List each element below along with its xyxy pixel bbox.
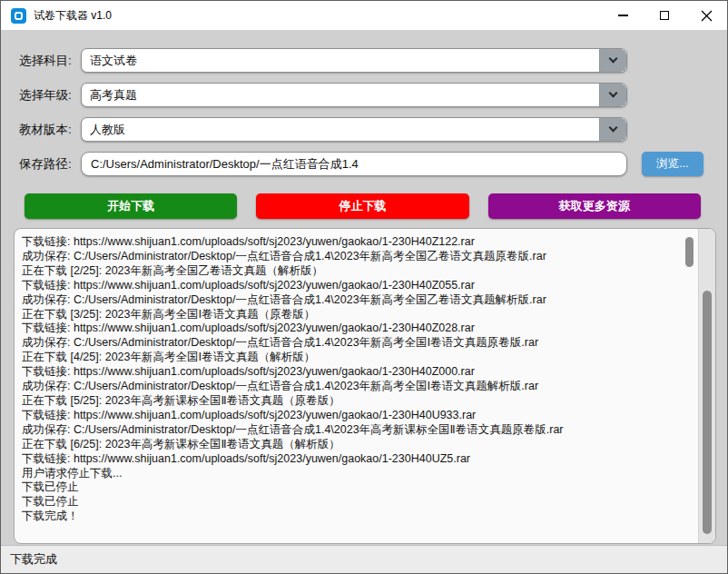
titlebar: 试卷下载器 v1.0 (1, 1, 727, 30)
log-line: 下载完成！ (22, 510, 688, 524)
grade-value: 高考真题 (82, 87, 599, 104)
status-text: 下载完成 (10, 551, 57, 568)
log-line: 成功保存: C:/Users/Administrator/Desktop/一点红… (22, 250, 688, 264)
subject-select[interactable]: 语文试卷 (81, 48, 627, 73)
minimize-icon (618, 15, 628, 15)
maximize-button[interactable] (644, 1, 685, 30)
subject-dropdown-button[interactable] (599, 49, 626, 72)
log-line: 成功保存: C:/Users/Administrator/Desktop/一点红… (22, 380, 688, 394)
save-path-input[interactable] (81, 152, 627, 176)
log-line: 下载链接: https://www.shijuan1.com/uploads/s… (22, 279, 688, 293)
log-line: 正在下载 [2/25]: 2023年新高考全国乙卷语文真题（解析版） (22, 264, 688, 279)
edition-select[interactable]: 人教版 (81, 117, 627, 142)
log-line: 正在下载 [4/25]: 2023年新高考全国Ⅰ卷语文真题（解析版） (22, 351, 688, 365)
log-line: 成功保存: C:/Users/Administrator/Desktop/一点红… (22, 293, 688, 308)
statusbar: 下载完成 (1, 545, 727, 573)
window-title: 试卷下载器 v1.0 (34, 8, 112, 24)
log-inner-scrollbar-thumb[interactable] (685, 237, 694, 267)
save-path-label: 保存路径: (19, 152, 72, 176)
chevron-down-icon (609, 124, 618, 133)
subject-row: 选择科目: 语文试卷 (1, 48, 727, 73)
log-line: 成功保存: C:/Users/Administrator/Desktop/一点红… (22, 336, 688, 351)
grade-label: 选择年级: (19, 83, 72, 107)
edition-row: 教材版本: 人教版 (1, 117, 727, 142)
edition-label: 教材版本: (19, 117, 72, 142)
maximize-icon (660, 11, 669, 20)
edition-dropdown-button[interactable] (599, 118, 626, 141)
log-line: 下载已停止 (22, 480, 688, 495)
grade-select[interactable]: 高考真题 (81, 83, 627, 107)
log-line: 下载链接: https://www.shijuan1.com/uploads/s… (22, 235, 688, 250)
minimize-button[interactable] (602, 1, 644, 30)
edition-value: 人教版 (82, 122, 599, 138)
app-window: 试卷下载器 v1.0 选择科目: 语文试卷 选 (0, 0, 728, 574)
subject-value: 语文试卷 (82, 53, 599, 69)
browse-button[interactable]: 浏览... (642, 152, 703, 176)
log-line: 成功保存: C:/Users/Administrator/Desktop/一点红… (22, 423, 688, 438)
log-line: 正在下载 [6/25]: 2023年高考新课标全国Ⅱ卷语文真题（解析版） (22, 438, 688, 452)
close-icon (701, 10, 713, 22)
close-button[interactable] (685, 1, 727, 30)
get-more-resources-button[interactable]: 获取更多资源 (488, 193, 701, 219)
app-logo-ring (15, 12, 23, 20)
log-line: 用户请求停止下载... (22, 467, 688, 481)
log-scrollbar-thumb[interactable] (703, 291, 712, 534)
chevron-down-icon (609, 54, 618, 64)
log-line: 下载已停止 (22, 495, 688, 510)
download-log[interactable]: 下载链接: https://www.shijuan1.com/uploads/s… (14, 228, 716, 544)
save-path-row: 保存路径: 浏览... (1, 152, 727, 176)
subject-label: 选择科目: (19, 48, 72, 73)
log-lines: 下载链接: https://www.shijuan1.com/uploads/s… (22, 235, 688, 538)
start-download-button[interactable]: 开始下载 (25, 193, 237, 219)
action-button-row: 开始下载 停止下载 获取更多资源 (25, 193, 701, 219)
log-line: 下载链接: https://www.shijuan1.com/uploads/s… (22, 365, 688, 380)
grade-row: 选择年级: 高考真题 (1, 83, 727, 107)
window-controls (602, 1, 727, 30)
log-line: 下载链接: https://www.shijuan1.com/uploads/s… (22, 322, 688, 336)
grade-dropdown-button[interactable] (599, 84, 626, 106)
stop-download-button[interactable]: 停止下载 (256, 193, 468, 219)
log-line: 正在下载 [3/25]: 2023年新高考全国Ⅰ卷语文真题（原卷版） (22, 308, 688, 322)
log-line: 正在下载 [5/25]: 2023年高考新课标全国Ⅱ卷语文真题（原卷版） (22, 394, 688, 409)
log-scrollbar-track[interactable] (698, 229, 715, 543)
app-logo-icon (11, 8, 26, 24)
log-line: 下载链接: https://www.shijuan1.com/uploads/s… (22, 409, 688, 423)
log-line: 下载链接: https://www.shijuan1.com/uploads/s… (22, 452, 688, 467)
chevron-down-icon (609, 89, 618, 98)
